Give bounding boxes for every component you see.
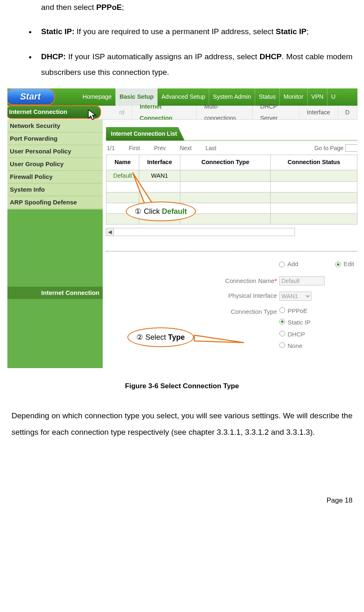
panel-tab-title: Internet Connection List	[106, 127, 184, 141]
input-connection-name[interactable]	[279, 276, 325, 285]
subtab-dhcp-server[interactable]: DHCP Server	[253, 106, 299, 119]
section-divider	[106, 251, 357, 252]
staticip-text-b: ;	[306, 27, 309, 36]
callout-num: ②	[136, 330, 143, 344]
sidebar-item-system-info[interactable]: System Info	[7, 183, 103, 196]
lbl-physical-interface: Physical Interface	[228, 292, 277, 299]
radio-icon	[279, 331, 285, 336]
dhcp-bold: DHCP	[260, 52, 282, 61]
staticip-label: Static IP:	[41, 27, 74, 36]
row-cstatus	[271, 170, 357, 182]
intro-line: and then select PPPoE;	[41, 0, 352, 15]
callout-word: Default	[162, 207, 187, 216]
bullet-static-ip: • Static IP: If you are required to use …	[29, 24, 352, 40]
staticip-bold: Static IP	[276, 27, 306, 36]
sidebar-header-internet-connection[interactable]: Internet Connection	[7, 105, 101, 119]
tab-truncated[interactable]: U	[327, 88, 339, 106]
sidebar: Network Security Port Forwarding User Pe…	[7, 120, 103, 368]
figure-caption: Figure 3-6 Select Connection Type	[12, 380, 352, 393]
bullet-dot-icon: •	[29, 24, 41, 40]
dhcp-label: DHCP:	[41, 52, 66, 61]
radio-icon	[279, 262, 285, 267]
subtab-internet-connection[interactable]: Internet Connection	[132, 106, 197, 119]
radio-icon	[279, 319, 285, 325]
radio-icon	[279, 307, 285, 313]
dhcp-text-a: If your ISP automatically assigns an IP …	[66, 52, 260, 61]
row-ctype	[180, 170, 271, 182]
lbl-connection-type: Connection Type	[231, 308, 277, 315]
sidebar-item-user-personal-policy[interactable]: User Personal Policy	[7, 145, 103, 158]
subtab-multi-connections[interactable]: Multi-connections	[197, 106, 253, 119]
bullet-dot-icon: •	[29, 49, 41, 80]
intro-pre: and then select	[41, 3, 96, 12]
th-connection-type: Connection Type	[180, 155, 271, 170]
pager-goto-label: Go to Page	[314, 143, 343, 154]
radio-dhcp[interactable]: DHCP	[279, 329, 311, 341]
pager-prev[interactable]: Prev	[154, 143, 166, 154]
radio-add[interactable]: Add	[279, 258, 298, 270]
th-name: Name	[106, 155, 139, 170]
radio-none[interactable]: None	[279, 340, 311, 352]
radio-pppoe[interactable]: PPPoE	[279, 305, 311, 317]
sidebar-item-port-forwarding[interactable]: Port Forwarding	[7, 132, 103, 145]
pager-last[interactable]: Last	[205, 143, 216, 154]
sidebar-item-arp-spoofing-defense[interactable]: ARP Spoofing Defense	[7, 196, 103, 209]
tab-homepage[interactable]: Homepage	[79, 88, 115, 106]
sidebar-item-network-security[interactable]: Network Security	[7, 120, 103, 132]
staticip-text-a: If you are required to use a permanent I…	[74, 27, 276, 36]
sub-navbar: Internet Connection rd Internet Connecti…	[7, 106, 357, 120]
page-number: Page 18	[12, 494, 352, 507]
callout-word: Type	[168, 333, 185, 341]
th-interface: Interface	[139, 155, 180, 170]
callout-click-default: ① Click Default	[126, 202, 196, 221]
subtab-interface[interactable]: Interface	[299, 106, 338, 119]
start-button[interactable]: Start	[7, 88, 55, 105]
subtab-truncated[interactable]: rd	[101, 106, 132, 119]
screenshot-figure: Start Homepage Basic Setup Advanced Setu…	[7, 88, 357, 368]
start-label: Start	[20, 88, 41, 105]
after-paragraph: Depending on which connection type you s…	[12, 408, 352, 440]
scroll-left-icon[interactable]: ◀	[106, 228, 114, 236]
sidebar-item-firewall-policy[interactable]: Firewall Policy	[7, 171, 103, 183]
pager: 1/1 First Prev Next Last Go to Page	[103, 141, 357, 155]
lbl-connection-name: Connection Name	[225, 277, 274, 284]
sidebar-item-user-group-policy[interactable]: User Group Policy	[7, 158, 103, 171]
pager-next[interactable]: Next	[180, 143, 191, 154]
cursor-icon	[88, 109, 97, 121]
select-physical-interface[interactable]: WAN1	[279, 292, 311, 301]
radio-edit[interactable]: Edit	[335, 258, 354, 270]
pager-count: 1/1	[107, 143, 115, 154]
callout-select-type: ② Select Type	[127, 327, 194, 347]
mode-radio-row: Add Edit	[103, 258, 354, 270]
th-connection-status: Connection Status	[271, 155, 357, 170]
pager-goto-input[interactable]	[345, 144, 357, 152]
intro-bold: PPPoE	[96, 3, 122, 12]
callout-num: ①	[135, 204, 141, 218]
subtab-truncated-2[interactable]: D	[338, 106, 357, 119]
radio-icon	[335, 262, 341, 267]
tab-vpn[interactable]: VPN	[307, 88, 327, 106]
intro-suf: ;	[122, 3, 124, 12]
radio-icon	[279, 342, 285, 348]
required-star-icon: *	[274, 277, 277, 284]
horizontal-scrollbar[interactable]: ◀	[106, 228, 295, 236]
pager-first[interactable]: First	[129, 143, 140, 154]
bullet-dhcp: • DHCP: If your ISP automatically assign…	[29, 49, 352, 80]
callout-tail-icon	[194, 326, 248, 350]
sidebar-active-internet-connection[interactable]: Internet Connection	[7, 287, 103, 299]
row-name-link[interactable]: Default	[113, 172, 132, 179]
radio-static-ip[interactable]: Static IP	[279, 317, 311, 329]
